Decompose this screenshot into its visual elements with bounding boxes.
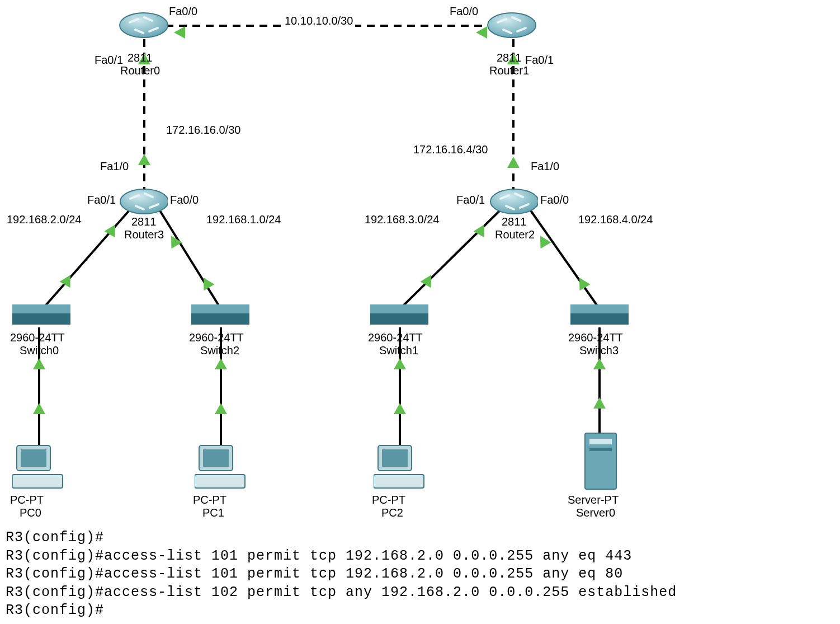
router-icon[interactable] — [489, 185, 540, 218]
link-up-icon — [33, 358, 45, 369]
device-model: 2960-24TT — [189, 331, 244, 344]
cli-line: R3(config)# — [6, 529, 677, 547]
link-up-icon — [593, 397, 606, 409]
iface-label: Fa0/1 — [85, 193, 118, 207]
svg-rect-30 — [382, 449, 408, 467]
link-up-icon — [215, 358, 227, 369]
network-label: 172.16.16.4/30 — [411, 143, 490, 157]
link-up-icon — [593, 358, 606, 369]
cli-output: R3(config)# R3(config)#access-list 101 p… — [6, 529, 677, 620]
svg-rect-18 — [191, 304, 249, 313]
device-name: Router3 — [124, 228, 164, 241]
device-model: PC-PT — [193, 494, 226, 506]
svg-rect-25 — [12, 475, 63, 488]
link-up-icon — [138, 154, 150, 165]
network-label: 192.168.1.0/24 — [204, 213, 283, 227]
switch-icon[interactable] — [369, 302, 431, 330]
svg-rect-20 — [370, 304, 428, 313]
switch-icon[interactable] — [569, 302, 631, 330]
device-name: Router2 — [495, 228, 535, 241]
switch-icon[interactable] — [11, 302, 73, 330]
network-label: 192.168.3.0/24 — [362, 213, 441, 227]
device-name: Router1 — [489, 64, 529, 77]
link-up-icon — [174, 26, 185, 39]
device-name: Switch1 — [379, 344, 418, 357]
network-label: 172.16.16.0/30 — [164, 123, 243, 137]
network-label: 192.168.4.0/24 — [576, 213, 655, 227]
cli-line: R3(config)#access-list 102 permit tcp an… — [6, 584, 677, 602]
iface-label: Fa1/0 — [528, 159, 561, 173]
device-name: Switch0 — [20, 344, 59, 357]
device-model: 2960-24TT — [568, 331, 623, 344]
cli-line: R3(config)#access-list 101 permit tcp 19… — [6, 565, 677, 584]
iface-label: Fa0/0 — [447, 4, 480, 18]
device-name: Server0 — [576, 506, 615, 519]
pc-icon[interactable] — [374, 442, 427, 492]
svg-rect-16 — [12, 304, 70, 313]
svg-rect-24 — [21, 449, 46, 467]
router-icon[interactable] — [119, 185, 169, 218]
router-icon[interactable] — [487, 8, 537, 42]
switch-icon[interactable] — [190, 302, 252, 330]
network-label: 10.10.10.0/30 — [282, 14, 355, 28]
device-name: Switch2 — [200, 344, 239, 357]
link-up-icon — [394, 403, 406, 414]
device-name: Switch3 — [579, 344, 619, 357]
device-name: PC2 — [381, 506, 403, 519]
device-model: PC-PT — [10, 494, 44, 506]
svg-rect-22 — [570, 304, 629, 313]
device-model: 2811 — [131, 215, 157, 228]
device-name: PC1 — [202, 506, 224, 519]
network-label: 192.168.2.0/24 — [4, 213, 83, 227]
device-model: 2960-24TT — [368, 331, 423, 344]
device-model: 2811 — [497, 51, 522, 64]
cli-line: R3(config)# — [6, 602, 677, 620]
iface-label: Fa0/0 — [538, 193, 571, 207]
device-name: Router0 — [120, 64, 160, 77]
link-up-icon — [507, 157, 520, 168]
pc-icon[interactable] — [195, 442, 248, 492]
device-model: 2811 — [128, 51, 153, 64]
svg-rect-34 — [589, 448, 612, 451]
link-up-icon — [33, 403, 45, 414]
svg-rect-28 — [195, 475, 245, 488]
cli-line: R3(config)#access-list 101 permit tcp 19… — [6, 547, 677, 566]
device-model: Server-PT — [568, 494, 619, 506]
server-icon[interactable] — [582, 431, 621, 492]
device-model: 2811 — [502, 215, 527, 228]
router-icon[interactable] — [119, 8, 169, 42]
link-up-icon — [215, 403, 227, 414]
topology-canvas: Fa0/0 10.10.10.0/30 Fa0/0 Fa0/1 2811 Rou… — [0, 0, 840, 624]
svg-rect-27 — [203, 449, 229, 467]
iface-label: Fa0/1 — [454, 193, 487, 207]
device-model: PC-PT — [372, 494, 405, 506]
svg-rect-31 — [374, 475, 424, 488]
iface-label: Fa1/0 — [98, 159, 131, 173]
svg-rect-33 — [589, 439, 612, 444]
device-model: 2960-24TT — [10, 331, 65, 344]
iface-label: Fa0/0 — [168, 193, 201, 207]
link-up-icon — [476, 26, 487, 39]
device-name: PC0 — [20, 506, 41, 519]
pc-icon[interactable] — [12, 442, 65, 492]
link-up-icon — [394, 358, 406, 369]
iface-label: Fa0/0 — [167, 4, 200, 18]
